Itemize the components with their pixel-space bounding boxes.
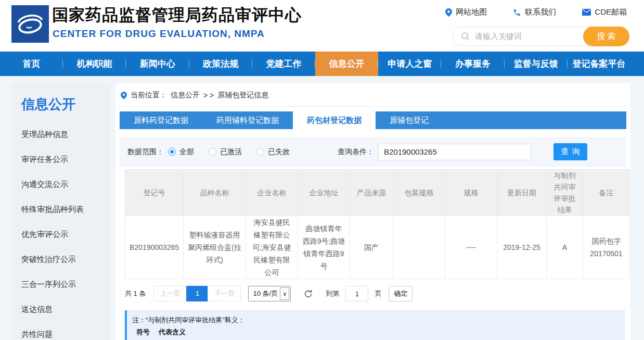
col-spec: 规格 bbox=[445, 170, 497, 216]
sidebar: 信息公开 受理品种信息 审评任务公示 沟通交流公示 特殊审批品种列表 优先审评公… bbox=[11, 83, 110, 340]
breadcrumb: 当前位置：信息公开 > > 原辅包登记信息 bbox=[119, 83, 627, 107]
tab-excipient-registration[interactable]: 药用辅料登记数据 bbox=[202, 111, 293, 129]
cde-logo[interactable] bbox=[11, 5, 49, 43]
col-product-name: 品种名称 bbox=[184, 170, 246, 216]
nav-item-party[interactable]: 党建工作 bbox=[252, 52, 315, 76]
note-meaning-a: 已批准在上市制剂使用的原料/辅料/包材。 bbox=[159, 338, 284, 340]
note-symbol-col: 符号 bbox=[134, 326, 152, 338]
cde-mail-label: CDE邮箱 bbox=[595, 7, 627, 17]
sidebar-item-communication[interactable]: 沟通交流公示 bbox=[21, 172, 110, 197]
col-company-name: 企业名称 bbox=[246, 170, 298, 216]
radio-activated-dot bbox=[209, 148, 216, 156]
nav-item-info-disclosure[interactable]: 信息公开 bbox=[315, 52, 378, 76]
sidebar-item-breakthrough-therapy[interactable]: 突破性治疗公示 bbox=[21, 247, 110, 272]
note-symbol-a: A bbox=[134, 338, 152, 340]
site-title-en: CENTER FOR DRUG EVALUATION, NMPA bbox=[53, 28, 265, 40]
contact-label: 联系我们 bbox=[525, 7, 556, 17]
sidebar-title: 信息公开 bbox=[21, 95, 110, 114]
chevron-down-icon: ∨ bbox=[280, 287, 289, 300]
table-row: B20190003265 塑料输液容器用聚丙烯组合盖(拉环式) 海安县健民橡塑有… bbox=[125, 216, 630, 279]
pagination: 共 1 条 上一页 1 下一页 10 条/页 ∨ 到第 页 确定 bbox=[125, 286, 630, 301]
breadcrumb-current: 原辅包登记信息 bbox=[217, 91, 268, 100]
sidebar-item-common-issues[interactable]: 共性问题 bbox=[21, 322, 110, 340]
page-size-value: 10 条/页 bbox=[253, 289, 278, 298]
radio-all-label: 全部 bbox=[179, 147, 194, 157]
site-search: 搜索 bbox=[453, 27, 629, 46]
radio-expired[interactable]: 已失效 bbox=[256, 147, 290, 157]
search-button[interactable]: 搜索 bbox=[583, 27, 629, 46]
sidebar-item-review-tasks[interactable]: 审评任务公示 bbox=[21, 147, 110, 172]
phone-icon bbox=[513, 8, 521, 17]
note-box: 注：“与制剂共同审评审批结果”释义： 符号 代表含义 A 已批准在上市制剂使用的… bbox=[125, 310, 625, 340]
radio-all[interactable]: 全部 bbox=[168, 147, 194, 157]
nav-item-registration-platform[interactable]: 登记备案平台 bbox=[568, 52, 630, 76]
search-input[interactable] bbox=[475, 28, 579, 45]
table-header-row: 登记号 品种名称 企业名称 企业地址 产品来源 包装规格 规格 更新日期 与制剂… bbox=[125, 170, 630, 216]
cell-product-name: 塑料输液容器用聚丙烯组合盖(拉环式) bbox=[184, 216, 246, 279]
page-unit-label: 页 bbox=[375, 289, 381, 298]
col-registration-no: 登记号 bbox=[125, 170, 184, 216]
nav-item-home[interactable]: 首页 bbox=[0, 52, 63, 76]
swan-logo-icon bbox=[11, 5, 49, 43]
cell-joint-review-result: A bbox=[547, 216, 583, 279]
sidebar-item-three-in-one[interactable]: 三合一序列公示 bbox=[21, 272, 110, 297]
cde-mail-link[interactable]: CDE邮箱 bbox=[582, 7, 627, 17]
nav-item-services[interactable]: 办事服务 bbox=[441, 52, 504, 76]
col-product-origin: 产品来源 bbox=[350, 170, 393, 216]
radio-expired-dot bbox=[256, 148, 264, 156]
sidebar-item-special-approval[interactable]: 特殊审批品种列表 bbox=[21, 197, 110, 222]
current-page-button[interactable]: 1 bbox=[186, 286, 208, 301]
col-packaging-spec: 包装规格 bbox=[393, 170, 445, 216]
location-pin-icon bbox=[445, 8, 452, 17]
tab-packaging-registration[interactable]: 药包材登记数据 bbox=[293, 111, 376, 129]
radio-expired-label: 已失效 bbox=[268, 147, 290, 157]
page-size-select[interactable]: 10 条/页 ∨ bbox=[248, 286, 291, 301]
query-label: 查询条件： bbox=[338, 147, 374, 157]
confirm-button[interactable]: 确定 bbox=[389, 286, 413, 301]
envelope-icon bbox=[582, 9, 591, 16]
col-update-date: 更新日期 bbox=[497, 170, 547, 216]
nav-item-news[interactable]: 新闻中心 bbox=[126, 52, 189, 76]
main-nav: 首页 机构职能 新闻中心 政策法规 党建工作 信息公开 申请人之窗 办事服务 监… bbox=[0, 52, 644, 76]
contact-link[interactable]: 联系我们 bbox=[513, 7, 556, 17]
results-table: 登记号 品种名称 企业名称 企业地址 产品来源 包装规格 规格 更新日期 与制剂… bbox=[125, 169, 630, 279]
tab-api-registration[interactable]: 原料药登记数据 bbox=[120, 111, 202, 129]
radio-activated[interactable]: 已激活 bbox=[209, 147, 242, 157]
query-input[interactable] bbox=[378, 144, 531, 160]
goto-page-input[interactable] bbox=[345, 286, 368, 301]
nav-item-supervision[interactable]: 监督与反馈 bbox=[505, 52, 568, 76]
query-button[interactable]: 查询 bbox=[553, 143, 587, 160]
note-header-row: 符号 代表含义 bbox=[134, 326, 625, 338]
sidebar-item-accepted-varieties[interactable]: 受理品种信息 bbox=[21, 122, 110, 147]
tab-combined-registration[interactable]: 原辅包登记 bbox=[376, 111, 443, 129]
total-count: 共 1 条 bbox=[125, 289, 146, 298]
goto-label: 到第 bbox=[326, 289, 339, 298]
site-title-cn: 国家药品监督管理局药品审评中心 bbox=[52, 4, 302, 26]
note-row-a: A 已批准在上市制剂使用的原料/辅料/包材。 bbox=[134, 338, 625, 340]
col-company-address: 企业地址 bbox=[298, 170, 350, 216]
next-page-button[interactable]: 下一页 bbox=[208, 286, 241, 301]
data-tabs: 原料药登记数据 药用辅料登记数据 药包材登记数据 原辅包登记 bbox=[120, 111, 626, 129]
prev-page-button[interactable]: 上一页 bbox=[153, 286, 187, 301]
content-panel: 当前位置：信息公开 > > 原辅包登记信息 原料药登记数据 药用辅料登记数据 药… bbox=[115, 83, 630, 340]
cell-product-origin: 国产 bbox=[350, 216, 393, 279]
nav-item-functions[interactable]: 机构职能 bbox=[63, 52, 126, 76]
header-quick-links: 网站地图 联系我们 CDE邮箱 bbox=[445, 7, 627, 17]
col-remarks: 备注 bbox=[583, 170, 630, 216]
search-icon bbox=[461, 32, 470, 41]
cell-remarks: 国药包字20170501 bbox=[583, 216, 630, 279]
sidebar-item-delivery-info[interactable]: 送达信息 bbox=[21, 297, 110, 322]
nav-item-policy[interactable]: 政策法规 bbox=[189, 52, 252, 76]
sitemap-label: 网站地图 bbox=[456, 7, 487, 17]
refresh-icon[interactable] bbox=[303, 289, 313, 299]
radio-all-dot bbox=[168, 148, 176, 156]
note-title: 注：“与制剂共同审评审批结果”释义： bbox=[132, 314, 625, 326]
sitemap-link[interactable]: 网站地图 bbox=[445, 7, 487, 17]
page-buttons: 上一页 1 下一页 bbox=[153, 286, 241, 301]
cell-company-name: 海安县健民橡塑有限公司;海安县健民橡塑有限公司 bbox=[246, 216, 298, 279]
page: 国家药品监督管理局药品审评中心 CENTER FOR DRUG EVALUATI… bbox=[0, 0, 644, 340]
breadcrumb-pin-icon bbox=[121, 92, 127, 99]
sidebar-item-priority-review[interactable]: 优先审评公示 bbox=[21, 222, 110, 247]
nav-item-applicant[interactable]: 申请人之窗 bbox=[378, 52, 441, 76]
breadcrumb-section-link[interactable]: 信息公开 bbox=[171, 91, 200, 100]
